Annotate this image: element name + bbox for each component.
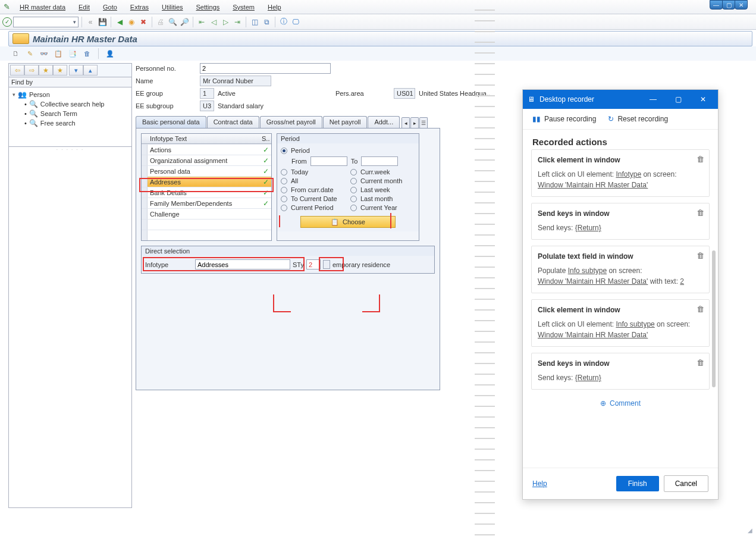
first-page-icon[interactable]: ⇤ xyxy=(196,17,207,27)
radio-from-curr-date[interactable] xyxy=(281,187,287,193)
radio-current-year[interactable] xyxy=(350,205,357,211)
radio-period[interactable] xyxy=(281,148,287,154)
menu-edit[interactable]: Edit xyxy=(73,2,96,12)
find-icon[interactable]: 🔍 xyxy=(167,17,178,27)
radio-curr-week[interactable] xyxy=(350,169,357,175)
menu-system[interactable]: System xyxy=(227,2,261,12)
overview-icon[interactable]: 👤 xyxy=(105,49,115,58)
change-icon[interactable]: ✎ xyxy=(25,49,34,58)
scrollbar-thumb[interactable] xyxy=(712,250,716,387)
tree-item-collective-search[interactable]: •🔍Collective search help xyxy=(11,99,129,109)
menu-goto[interactable]: Goto xyxy=(97,2,123,12)
action-card[interactable]: 🗑Send keys in windowSend keys: {Return} xyxy=(531,353,710,390)
radio-current-period[interactable] xyxy=(281,205,287,211)
tree-item-free-search[interactable]: •🔍Free search xyxy=(11,118,129,128)
recorder-close-button[interactable]: ✕ xyxy=(693,90,713,109)
print-icon[interactable]: 🖨 xyxy=(155,17,166,27)
tree-back-icon[interactable]: ⇦ xyxy=(10,65,24,76)
infotype-row[interactable]: Organizational assignment✓ xyxy=(142,155,271,165)
menu-utilities[interactable]: Utilities xyxy=(156,2,189,12)
input-sty[interactable] xyxy=(306,259,321,269)
infotype-row[interactable]: Family Member/Dependents✓ xyxy=(142,198,271,208)
delete-action-icon[interactable]: 🗑 xyxy=(697,305,704,314)
radio-current-month[interactable] xyxy=(350,178,357,184)
action-card[interactable]: 🗑Send keys in windowSend keys: {Return} xyxy=(531,203,710,240)
tree-root-person[interactable]: ▾👥Person xyxy=(11,90,129,99)
menu-extras[interactable]: Extras xyxy=(124,2,155,12)
tab-gross-net-payroll[interactable]: Gross/net payroll xyxy=(260,116,322,128)
nav-cancel-icon[interactable]: ✖ xyxy=(138,17,149,27)
last-page-icon[interactable]: ⇥ xyxy=(232,17,243,27)
nav-back-icon[interactable]: ◀ xyxy=(114,17,125,27)
delete-action-icon[interactable]: 🗑 xyxy=(697,155,704,164)
delete-icon[interactable]: 🗑 xyxy=(82,49,92,58)
add-comment-button[interactable]: ⊕Comment xyxy=(531,396,710,411)
copy-icon[interactable]: 📋 xyxy=(54,49,63,58)
infotype-row[interactable]: Personal data✓ xyxy=(142,165,271,176)
tree-star2-icon[interactable]: ★ xyxy=(53,65,67,76)
recorder-maximize-button[interactable]: ▢ xyxy=(668,90,688,109)
action-card[interactable]: 🗑Click element in windowLeft click on UI… xyxy=(531,149,710,197)
infotype-row[interactable]: Addresses✓ xyxy=(142,176,271,187)
tree-star1-icon[interactable]: ★ xyxy=(39,65,53,76)
menu-help[interactable]: Help xyxy=(262,2,287,12)
resize-grip-icon[interactable]: ◢ xyxy=(748,527,752,534)
input-from[interactable] xyxy=(310,156,347,166)
input-infotype[interactable] xyxy=(195,259,290,269)
tree-fwd-icon[interactable]: ⇨ xyxy=(24,65,39,76)
input-personnel-no[interactable] xyxy=(200,63,331,74)
tab-scroll-left-icon[interactable]: ◂ xyxy=(401,117,410,128)
menu-settings[interactable]: Settings xyxy=(190,2,226,12)
finish-button[interactable]: Finish xyxy=(616,476,659,491)
tree-expand-icon[interactable]: ▾ xyxy=(69,65,83,76)
infotype-row[interactable]: Bank Details✓ xyxy=(142,187,271,198)
find-next-icon[interactable]: 🔎 xyxy=(179,17,190,27)
tab-basic-personal-data[interactable]: Basic personal data xyxy=(136,116,206,128)
save-icon[interactable]: 💾 xyxy=(97,17,108,27)
radio-last-week[interactable] xyxy=(350,187,357,193)
tree-collapse-icon[interactable]: ▴ xyxy=(83,65,98,76)
search-help-icon[interactable] xyxy=(323,260,330,269)
delete-action-icon[interactable]: 🗑 xyxy=(697,358,704,367)
action-card[interactable]: 🗑Polulate text field in windowPopulate I… xyxy=(531,246,710,293)
prev-page-icon[interactable]: ◁ xyxy=(208,17,219,27)
pause-recording-button[interactable]: ▮▮Pause recording xyxy=(532,115,596,123)
nav-exit-icon[interactable]: ◉ xyxy=(126,17,137,27)
new-session-icon[interactable]: ◫ xyxy=(249,17,260,27)
tab-scroll-right-icon[interactable]: ▸ xyxy=(410,117,419,128)
input-to[interactable] xyxy=(361,156,398,166)
close-button[interactable]: ✕ xyxy=(735,0,748,10)
create-icon[interactable]: 🗋 xyxy=(11,49,20,58)
action-card[interactable]: 🗑Click element in windowLeft click on UI… xyxy=(531,299,710,347)
radio-all[interactable] xyxy=(281,178,287,184)
enter-icon[interactable]: ✓ xyxy=(2,17,12,27)
back-icon[interactable]: « xyxy=(85,17,96,27)
radio-to-current-date[interactable] xyxy=(281,196,287,202)
command-field[interactable]: ▾ xyxy=(13,17,79,27)
cancel-button[interactable]: Cancel xyxy=(664,475,708,492)
radio-last-month[interactable] xyxy=(350,196,357,202)
shortcut-icon[interactable]: ⧉ xyxy=(261,17,272,27)
display-icon[interactable]: 👓 xyxy=(39,49,49,58)
delimit-icon[interactable]: 📑 xyxy=(68,49,77,58)
tree-item-search-term[interactable]: •🔍Search Term xyxy=(11,109,129,118)
tab-list-icon[interactable]: ☰ xyxy=(419,117,428,128)
tab-contract-data[interactable]: Contract data xyxy=(207,116,259,128)
choose-button[interactable]: 📋 Choose xyxy=(300,216,396,228)
delete-action-icon[interactable]: 🗑 xyxy=(697,208,704,217)
infotype-row[interactable]: Actions✓ xyxy=(142,144,271,155)
tab-additional[interactable]: Addt... xyxy=(368,116,400,128)
minimize-button[interactable]: — xyxy=(710,0,723,10)
layout-icon[interactable]: 🖵 xyxy=(290,17,301,27)
radio-today[interactable] xyxy=(281,169,287,175)
tab-net-payroll[interactable]: Net payroll xyxy=(323,116,368,128)
infotype-row[interactable]: Challenge xyxy=(142,208,271,219)
menu-hr-master-data[interactable]: HR master data xyxy=(14,2,71,12)
maximize-button[interactable]: ▢ xyxy=(722,0,735,10)
next-page-icon[interactable]: ▷ xyxy=(220,17,231,27)
recorder-minimize-button[interactable]: — xyxy=(643,90,663,109)
help-icon[interactable]: ⓘ xyxy=(278,17,289,27)
reset-recording-button[interactable]: ↻Reset recording xyxy=(608,115,668,123)
delete-action-icon[interactable]: 🗑 xyxy=(697,251,704,260)
help-link[interactable]: Help xyxy=(532,479,547,488)
